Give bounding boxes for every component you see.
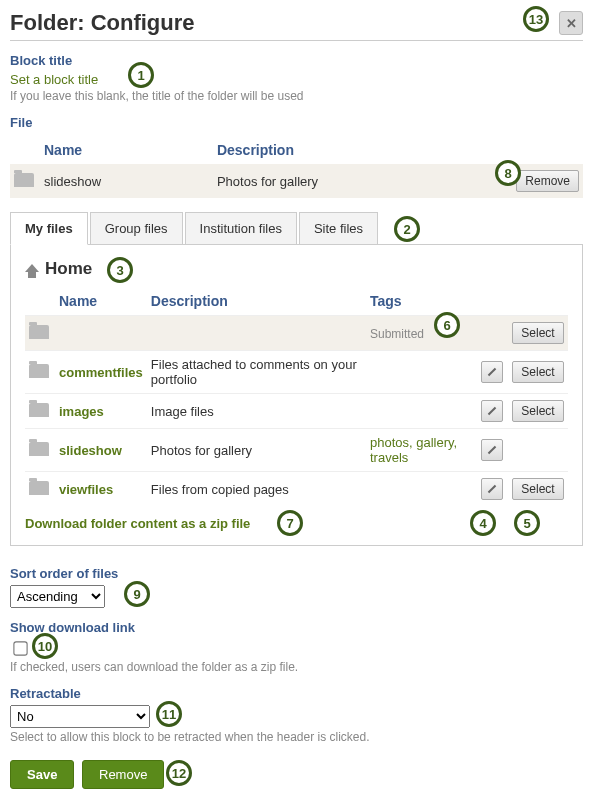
download-zip-link[interactable]: Download folder content as a zip file	[25, 516, 250, 531]
row-desc: Photos for gallery	[147, 429, 366, 472]
pencil-icon	[488, 368, 496, 376]
close-icon: ✕	[566, 16, 577, 31]
file-source-tabs: My files Group files Institution files S…	[10, 212, 583, 245]
folder-icon	[29, 442, 49, 456]
sort-select[interactable]: Ascending Descending	[10, 585, 105, 608]
callout-9: 9	[124, 581, 150, 607]
tab-group-files[interactable]: Group files	[90, 212, 183, 245]
row-tags[interactable]: photos, gallery, travels	[370, 435, 457, 465]
row-desc: Files from copied pages	[147, 472, 366, 507]
page-title: Folder: Configure	[10, 10, 559, 36]
callout-6: 6	[434, 312, 460, 338]
select-button[interactable]: Select	[512, 322, 563, 344]
set-block-title-link[interactable]: Set a block title	[10, 72, 98, 87]
callout-11: 11	[156, 701, 182, 727]
browser-col-tags: Tags	[366, 287, 476, 316]
pencil-icon	[488, 485, 496, 493]
col-name: Name	[40, 136, 213, 164]
browser-col-name: Name	[55, 287, 147, 316]
row-desc: Files attached to comments on your portf…	[147, 351, 366, 394]
select-button[interactable]: Select	[512, 361, 563, 383]
callout-3: 3	[107, 257, 133, 283]
callout-7: 7	[277, 510, 303, 536]
file-browser-table: Name Description Tags Submitted 6 Select	[25, 287, 568, 506]
block-title-help: If you leave this blank, the title of th…	[10, 89, 583, 103]
folder-link[interactable]: slideshow	[59, 443, 122, 458]
callout-10: 10	[32, 633, 58, 659]
folder-link[interactable]: viewfiles	[59, 482, 113, 497]
pencil-icon	[488, 446, 496, 454]
edit-button[interactable]	[481, 400, 503, 422]
folder-link[interactable]: images	[59, 404, 104, 419]
sort-label: Sort order of files	[10, 566, 583, 581]
retractable-label: Retractable	[10, 686, 583, 701]
folder-icon	[29, 481, 49, 495]
pencil-icon	[488, 407, 496, 415]
edit-button[interactable]	[481, 361, 503, 383]
home-icon	[25, 264, 39, 272]
retractable-help: Select to allow this block to be retract…	[10, 730, 583, 744]
col-desc: Description	[213, 136, 503, 164]
callout-12: 12	[166, 760, 192, 786]
callout-5: 5	[514, 510, 540, 536]
selected-file-table: Name Description slideshow Photos for ga…	[10, 136, 583, 198]
select-button[interactable]: Select	[512, 478, 563, 500]
retractable-select[interactable]: No Yes	[10, 705, 150, 728]
breadcrumb-home[interactable]: Home	[45, 259, 92, 279]
folder-icon	[29, 364, 49, 378]
selected-file-name: slideshow	[40, 164, 213, 198]
submitted-label: Submitted	[370, 327, 424, 341]
block-title-label: Block title	[10, 53, 583, 68]
row-desc: Image files	[147, 394, 366, 429]
browser-col-desc: Description	[147, 287, 366, 316]
select-button[interactable]: Select	[512, 400, 563, 422]
edit-button[interactable]	[481, 478, 503, 500]
breadcrumb: Home 3	[25, 259, 568, 279]
download-label: Show download link	[10, 620, 583, 635]
tab-institution-files[interactable]: Institution files	[185, 212, 297, 245]
callout-2: 2	[394, 216, 420, 242]
callout-4: 4	[470, 510, 496, 536]
file-label: File	[10, 115, 583, 130]
folder-icon	[14, 173, 34, 187]
save-button[interactable]: Save	[10, 760, 74, 789]
tab-site-files[interactable]: Site files	[299, 212, 378, 245]
download-checkbox[interactable]	[13, 641, 27, 655]
close-button[interactable]: ✕	[559, 11, 583, 35]
selected-file-desc: Photos for gallery	[213, 164, 503, 198]
folder-icon	[29, 403, 49, 417]
tab-my-files[interactable]: My files	[10, 212, 88, 245]
remove-block-button[interactable]: Remove	[82, 760, 164, 789]
folder-link[interactable]: commentfiles	[59, 365, 143, 380]
download-help: If checked, users can download the folde…	[10, 660, 583, 674]
row-desc	[147, 316, 366, 351]
edit-button[interactable]	[481, 439, 503, 461]
remove-file-button[interactable]: Remove	[516, 170, 579, 192]
folder-icon	[29, 325, 49, 339]
